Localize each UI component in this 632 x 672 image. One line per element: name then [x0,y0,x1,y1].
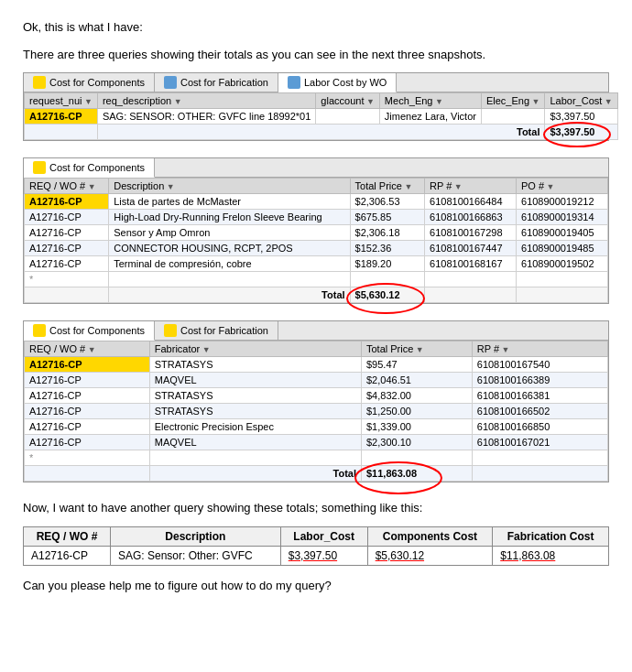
tab3-components[interactable]: Cost for Components [24,321,155,341]
table3-tabs: Cost for Components Cost for Fabrication [24,321,608,341]
t1r0-desc: SAG: SENSOR: OTHER: GVFC line 18992*01 [97,109,315,125]
t2r0-rp: 6108100166484 [425,194,517,210]
t3r2-rp: 6108100166381 [472,388,607,404]
t2-col-req[interactable]: REQ / WO # [25,179,109,194]
table3-header-row: REQ / WO # Fabricator Total Price RP # [25,341,608,357]
t3-col-rp[interactable]: RP # [472,341,607,357]
t3r0-rp: 6108100167540 [472,357,607,373]
t2r1-po: 6108900019314 [517,210,608,225]
t2r1-desc: High-Load Dry-Running Frelon Sleeve Bear… [109,210,350,225]
table1: request_nui req_description glaccount Me… [24,92,618,140]
table2-tabs: Cost for Components [24,158,608,178]
col-mech-eng[interactable]: Mech_Eng [379,93,481,109]
summary-row-0: A12716-CP SAG: Sensor: Other: GVFC $3,39… [24,546,609,565]
t2r2-rp: 6108100167298 [425,225,517,241]
col-labor-cost[interactable]: Labor_Cost [545,93,617,109]
table3-row-5: A12716-CP MAQVEL $2,300.10 6108100167021 [25,435,608,450]
t2r1-price: $675.85 [350,210,424,225]
table3: REQ / WO # Fabricator Total Price RP # A… [24,341,608,482]
sum-r0-fabrication: $11,863.08 [493,546,609,565]
t2r2-po: 6108900019405 [517,225,608,241]
t3r1-req: A12716-CP [25,373,150,388]
t2r3-req: A12716-CP [25,241,109,256]
table1-container: Cost for Components Cost for Fabrication… [23,72,609,141]
sum-r0-labor-value: $3,397.50 [289,549,337,562]
intro-line2: There are three queries showing their to… [23,46,609,64]
t2r4-req: A12716-CP [25,256,109,272]
t3r0-fab: STRATASYS [149,357,361,373]
sum-r0-req: A12716-CP [24,546,111,565]
t2-total-label: Total [109,287,350,303]
sum-col-fabrication: Fabrication Cost [493,526,609,546]
tab2-components[interactable]: Cost for Components [24,158,155,178]
table1-row-0: A12716-CP SAG: SENSOR: OTHER: GVFC line … [25,109,618,125]
tab-icon-blue2 [288,76,300,89]
t2r4-rp: 6108100168167 [425,256,517,272]
t3-total-label: Total [149,466,361,482]
sum-col-labor: Labor_Cost [280,526,367,546]
t3r1-rp: 6108100166389 [472,373,607,388]
tab3-fabrication[interactable]: Cost for Fabrication [155,321,278,340]
t3r4-rp: 6108100166850 [472,419,607,435]
table3-row-2: A12716-CP STRATASYS $4,832.00 6108100166… [25,388,608,404]
tab1-fabrication[interactable]: Cost for Fabrication [155,73,278,92]
t2-total-value: $5,630.12 [350,287,424,303]
t2r3-rp: 6108100167447 [425,241,517,256]
sum-r0-desc: SAG: Sensor: Other: GVFC [110,546,280,565]
t3r5-req: A12716-CP [25,435,150,450]
table2: REQ / WO # Description Total Price RP # … [24,178,608,303]
t1r0-mech: Jimenez Lara, Victor [379,109,481,125]
tab1-labor[interactable]: Labor Cost by WO [278,73,397,92]
col-glaccount[interactable]: glaccount [316,93,380,109]
sum-r0-fab-value: $11,863.08 [500,549,555,562]
t3r4-fab: Electronic Precision Espec [149,419,361,435]
tab1-components[interactable]: Cost for Components [24,73,155,92]
t2r0-po: 6108900019212 [517,194,608,210]
t2r0-desc: Lista de partes de McMaster [109,194,350,210]
tab-icon-yellow [33,76,46,89]
table1-wrapper: request_nui req_description glaccount Me… [24,92,608,140]
sum-r0-components: $5,630.12 [367,546,493,565]
table2-container: Cost for Components REQ / WO # Descripti… [23,157,609,304]
t3r2-req: A12716-CP [25,388,150,404]
t3r5-rp: 6108100167021 [472,435,607,450]
col-req-desc[interactable]: req_description [97,93,315,109]
t3-col-price[interactable]: Total Price [361,341,472,357]
t1r0-glaccount [316,109,380,125]
col-elec-eng[interactable]: Elec_Eng [481,93,545,109]
t2-col-po[interactable]: PO # [517,179,608,194]
summary-header-row: REQ / WO # Description Labor_Cost Compon… [24,526,609,546]
t3r0-req: A12716-CP [25,357,150,373]
sum-r0-labor: $3,397.50 [280,546,367,565]
t3r1-price: $2,046.51 [361,373,472,388]
table2-row-1: A12716-CP High-Load Dry-Running Frelon S… [25,210,608,225]
t3r3-rp: 6108100166502 [472,404,607,419]
table3-wrapper: REQ / WO # Fabricator Total Price RP # A… [24,341,608,482]
col-request-nui[interactable]: request_nui [25,93,98,109]
t2r2-desc: Sensor y Amp Omron [109,225,350,241]
table2-row-2: A12716-CP Sensor y Amp Omron $2,306.18 6… [25,225,608,241]
table3-row-0: A12716-CP STRATASYS $95.47 6108100167540 [25,357,608,373]
t1r0-elec [481,109,545,125]
t3r2-price: $4,832.00 [361,388,472,404]
t2r2-req: A12716-CP [25,225,109,241]
table2-total-row: Total $5,630.12 [25,287,608,303]
t2-col-rp[interactable]: RP # [425,179,517,194]
t3r3-fab: STRATASYS [149,404,361,419]
t3r4-req: A12716-CP [25,419,150,435]
t3r0-price: $95.47 [361,357,472,373]
t2-col-price[interactable]: Total Price [350,179,424,194]
summary-table: REQ / WO # Description Labor_Cost Compon… [23,526,609,566]
t3-col-req[interactable]: REQ / WO # [25,341,150,357]
t2r4-price: $189.20 [350,256,424,272]
t2-col-desc[interactable]: Description [109,179,350,194]
t1-total-label: Total [97,125,545,140]
t2r0-price: $2,306.53 [350,194,424,210]
t3-total-number: $11,863.08 [366,468,417,479]
table3-row-3: A12716-CP STRATASYS $1,250.00 6108100166… [25,404,608,419]
t3r3-req: A12716-CP [25,404,150,419]
summary-intro: Now, I want to have another query showin… [23,499,609,517]
t2r2-price: $2,306.18 [350,225,424,241]
t2r1-rp: 6108100166863 [425,210,517,225]
t3-col-fab[interactable]: Fabricator [149,341,361,357]
